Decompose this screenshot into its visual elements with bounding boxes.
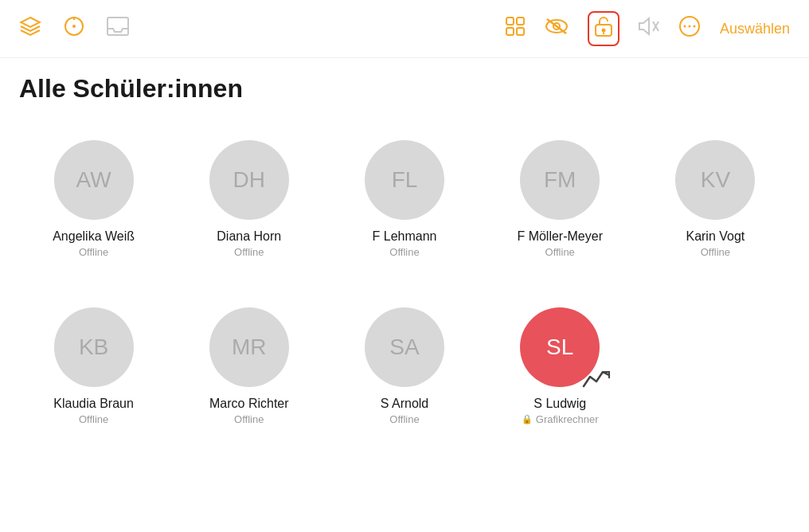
avatar: FM	[520, 140, 600, 220]
student-status: Offline	[389, 246, 419, 258]
student-name: F Lehmann	[373, 229, 437, 244]
students-grid: AW Angelika Weiß Offline DH Diana Horn O…	[0, 111, 809, 454]
student-status: Offline	[701, 246, 730, 258]
svg-rect-8	[517, 28, 524, 35]
svg-point-2	[72, 25, 76, 28]
avatar: DH	[209, 140, 289, 220]
svg-rect-7	[506, 28, 514, 35]
avatar: KB	[54, 307, 134, 387]
avatar: SA	[365, 307, 444, 387]
student-status: Offline	[79, 413, 108, 425]
avatar: AW	[54, 140, 134, 220]
student-name: S Arnold	[381, 397, 428, 411]
student-name: F Möller-Meyer	[517, 229, 603, 244]
svg-marker-0	[21, 18, 40, 27]
compass-icon[interactable]	[64, 16, 84, 41]
hide-icon[interactable]	[545, 17, 569, 41]
layers-icon[interactable]	[19, 15, 41, 42]
student-item[interactable]: MR Marco Richter Offline	[171, 295, 326, 438]
student-name: Angelika Weiß	[53, 229, 135, 244]
student-name: Klaudia Braun	[53, 397, 134, 411]
page-title: Alle Schüler:innen	[0, 58, 809, 111]
svg-marker-15	[639, 18, 649, 34]
toolbar-right: Auswählen	[505, 11, 790, 46]
student-name: S Ludwig	[533, 397, 586, 411]
svg-rect-5	[506, 18, 514, 25]
more-icon[interactable]	[678, 15, 701, 42]
student-name: Diana Horn	[217, 229, 281, 244]
avatar: KV	[675, 140, 755, 220]
apps-icon[interactable]	[505, 16, 526, 41]
inbox-icon[interactable]	[107, 17, 129, 41]
student-name: Karin Vogt	[686, 229, 745, 244]
student-item[interactable]: SL S Ludwig 🔒 Grafikrechner	[483, 295, 638, 438]
toolbar: Auswählen	[0, 0, 809, 58]
student-status: 🔒 Grafikrechner	[522, 413, 599, 425]
graph-icon	[582, 367, 611, 397]
svg-point-13	[601, 29, 605, 33]
student-status: Offline	[234, 246, 264, 258]
row-spacer	[16, 279, 793, 287]
student-item[interactable]: DH Diana Horn Offline	[171, 127, 326, 271]
avatar: MR	[209, 307, 289, 387]
student-status: Offline	[234, 413, 264, 425]
avatar: FL	[365, 140, 444, 220]
svg-point-21	[693, 25, 695, 28]
student-status: Offline	[545, 246, 575, 258]
student-item[interactable]: FM F Möller-Meyer Offline	[483, 127, 638, 271]
student-item-empty	[638, 295, 793, 438]
student-item[interactable]: FL F Lehmann Offline	[326, 127, 482, 271]
student-item[interactable]: KB Klaudia Braun Offline	[16, 295, 171, 438]
auswahlen-button[interactable]: Auswählen	[720, 21, 790, 37]
student-item[interactable]: KV Karin Vogt Offline	[638, 127, 793, 271]
svg-point-19	[683, 25, 686, 28]
student-status: Offline	[389, 413, 419, 425]
lock-small-icon: 🔒	[522, 414, 533, 424]
student-status: Offline	[79, 246, 108, 258]
svg-point-20	[688, 25, 690, 28]
toolbar-left	[19, 15, 505, 42]
student-name: Marco Richter	[209, 397, 289, 411]
student-item[interactable]: SA S Arnold Offline	[326, 295, 482, 438]
unlock-icon[interactable]	[588, 11, 619, 46]
student-item[interactable]: AW Angelika Weiß Offline	[16, 127, 171, 271]
avatar: SL	[520, 307, 600, 387]
svg-rect-6	[517, 18, 524, 25]
mute-icon[interactable]	[639, 17, 659, 41]
